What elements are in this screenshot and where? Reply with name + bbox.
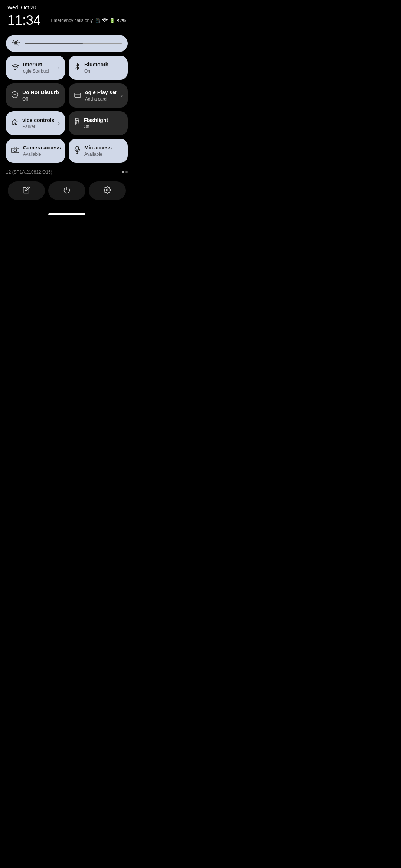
bottom-bar: 12 (SP1A.210812.O15) <box>0 167 134 178</box>
quick-settings-grid: Internet ogle Starbucl › Bluetooth On <box>0 56 134 163</box>
mic-tile-icon <box>74 146 81 156</box>
pencil-icon <box>23 186 30 195</box>
svg-point-1 <box>14 69 16 70</box>
page-dot-2 <box>125 171 128 173</box>
brightness-icon <box>12 39 20 49</box>
date: Wed, Oct 20 <box>7 4 126 10</box>
tile-flashlight-subtitle: Off <box>84 124 123 129</box>
tile-mic-subtitle: Available <box>84 152 123 157</box>
tile-mic-access[interactable]: Mic access Available <box>69 139 128 163</box>
tile-device-controls-subtitle: Parker <box>22 124 54 129</box>
page-dots <box>122 171 128 173</box>
vibrate-icon: 📳 <box>94 18 100 23</box>
svg-point-16 <box>107 189 108 191</box>
flashlight-tile-icon <box>74 118 80 128</box>
battery-icon: 🔋 <box>109 18 115 23</box>
settings-button[interactable] <box>89 181 126 200</box>
dnd-tile-icon <box>11 91 19 100</box>
tile-device-controls-title: vice controls <box>22 117 54 124</box>
emergency-text: Emergency calls only <box>51 18 93 23</box>
tile-bluetooth[interactable]: Bluetooth On <box>69 56 128 80</box>
action-buttons <box>0 178 134 204</box>
tile-camera-text: Camera access Available <box>23 145 61 157</box>
gear-icon <box>104 186 111 195</box>
tile-mic-text: Mic access Available <box>84 145 123 157</box>
page-dot-1 <box>122 171 124 173</box>
home-indicator <box>48 213 85 215</box>
tile-google-play[interactable]: ogle Play ser Add a card › <box>69 83 128 108</box>
tile-flashlight-text: Flashlight Off <box>84 117 123 129</box>
wifi-status-icon <box>102 18 108 23</box>
google-play-tile-icon <box>74 91 81 100</box>
time: 11:34 <box>7 13 41 28</box>
tile-dnd-text: Do Not Disturb Off <box>22 89 60 102</box>
tile-camera-access[interactable]: Camera access Available <box>6 139 65 163</box>
brightness-track[interactable] <box>25 43 122 44</box>
tile-device-controls-text: vice controls Parker <box>22 117 54 129</box>
svg-point-0 <box>104 21 105 22</box>
tile-internet[interactable]: Internet ogle Starbucl › <box>6 56 65 80</box>
tile-flashlight[interactable]: Flashlight Off <box>69 111 128 135</box>
tile-bluetooth-title: Bluetooth <box>84 62 123 68</box>
tile-google-play-subtitle: Add a card <box>85 96 117 102</box>
tile-internet-text: Internet ogle Starbucl <box>23 62 54 74</box>
edit-button[interactable] <box>8 181 45 200</box>
tile-internet-subtitle: ogle Starbucl <box>23 69 54 74</box>
tile-dnd[interactable]: Do Not Disturb Off <box>6 83 65 108</box>
svg-rect-8 <box>75 118 78 121</box>
tile-google-play-text: ogle Play ser Add a card <box>85 89 117 102</box>
bluetooth-tile-icon <box>74 63 81 73</box>
tile-bluetooth-subtitle: On <box>84 69 123 74</box>
svg-point-11 <box>14 149 16 152</box>
tile-mic-title: Mic access <box>84 145 123 151</box>
wifi-tile-icon <box>11 63 19 72</box>
tile-dnd-subtitle: Off <box>22 96 60 102</box>
svg-rect-5 <box>75 93 81 97</box>
tile-bluetooth-text: Bluetooth On <box>84 62 123 74</box>
tile-flashlight-title: Flashlight <box>84 117 123 124</box>
svg-rect-12 <box>76 146 78 150</box>
battery-percent: 82% <box>117 18 126 23</box>
brightness-slider[interactable] <box>6 35 128 52</box>
status-icons: Emergency calls only 📳 🔋 82% <box>51 18 126 23</box>
build-info: 12 (SP1A.210812.O15) <box>6 170 52 175</box>
tile-dnd-title: Do Not Disturb <box>22 89 60 96</box>
google-play-chevron-icon: › <box>121 92 123 98</box>
tile-camera-subtitle: Available <box>23 152 61 157</box>
tile-google-play-title: ogle Play ser <box>85 89 117 96</box>
tile-device-controls[interactable]: vice controls Parker › <box>6 111 65 135</box>
home-tile-icon <box>11 118 19 128</box>
power-icon <box>63 186 71 195</box>
status-bar: Wed, Oct 20 11:34 Emergency calls only 📳… <box>0 0 134 30</box>
power-button[interactable] <box>48 181 85 200</box>
device-controls-chevron-icon: › <box>58 120 60 126</box>
tile-internet-title: Internet <box>23 62 54 68</box>
tile-camera-title: Camera access <box>23 145 61 151</box>
nav-bar <box>0 207 134 221</box>
internet-chevron-icon: › <box>58 65 60 70</box>
camera-tile-icon <box>11 147 19 155</box>
brightness-fill <box>25 43 83 44</box>
